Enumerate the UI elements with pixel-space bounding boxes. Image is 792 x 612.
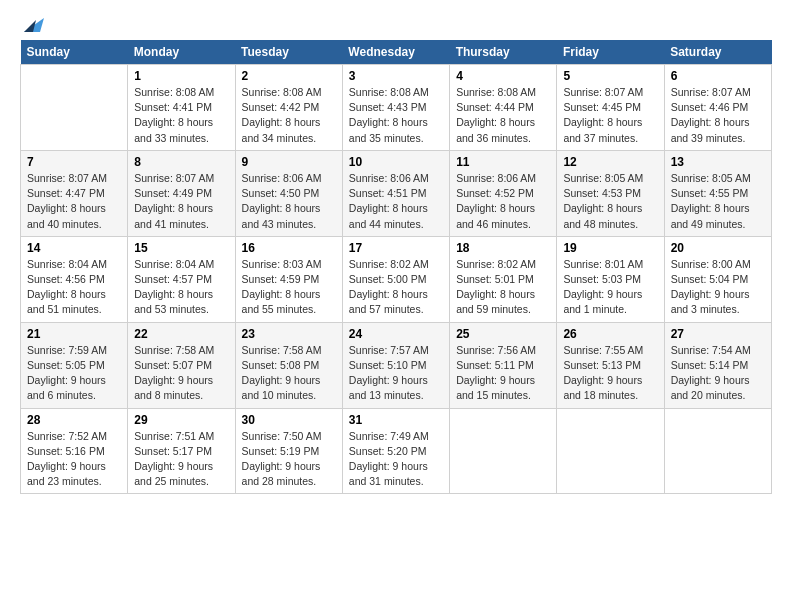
- day-info: Sunrise: 8:01 AMSunset: 5:03 PMDaylight:…: [563, 257, 657, 318]
- calendar-cell: 28Sunrise: 7:52 AMSunset: 5:16 PMDayligh…: [21, 408, 128, 494]
- calendar-cell: 24Sunrise: 7:57 AMSunset: 5:10 PMDayligh…: [342, 322, 449, 408]
- day-number: 19: [563, 241, 657, 255]
- weekday-header-wednesday: Wednesday: [342, 40, 449, 65]
- day-info: Sunrise: 7:59 AMSunset: 5:05 PMDaylight:…: [27, 343, 121, 404]
- calendar-cell: 7Sunrise: 8:07 AMSunset: 4:47 PMDaylight…: [21, 150, 128, 236]
- day-info: Sunrise: 8:04 AMSunset: 4:57 PMDaylight:…: [134, 257, 228, 318]
- day-info: Sunrise: 8:06 AMSunset: 4:52 PMDaylight:…: [456, 171, 550, 232]
- day-info: Sunrise: 8:07 AMSunset: 4:46 PMDaylight:…: [671, 85, 765, 146]
- day-number: 29: [134, 413, 228, 427]
- day-number: 24: [349, 327, 443, 341]
- calendar-week-5: 28Sunrise: 7:52 AMSunset: 5:16 PMDayligh…: [21, 408, 772, 494]
- calendar-cell: 26Sunrise: 7:55 AMSunset: 5:13 PMDayligh…: [557, 322, 664, 408]
- day-info: Sunrise: 8:08 AMSunset: 4:44 PMDaylight:…: [456, 85, 550, 146]
- day-info: Sunrise: 8:08 AMSunset: 4:43 PMDaylight:…: [349, 85, 443, 146]
- day-number: 11: [456, 155, 550, 169]
- day-number: 14: [27, 241, 121, 255]
- calendar-week-3: 14Sunrise: 8:04 AMSunset: 4:56 PMDayligh…: [21, 236, 772, 322]
- calendar-cell: 30Sunrise: 7:50 AMSunset: 5:19 PMDayligh…: [235, 408, 342, 494]
- day-info: Sunrise: 7:58 AMSunset: 5:08 PMDaylight:…: [242, 343, 336, 404]
- day-number: 5: [563, 69, 657, 83]
- day-number: 4: [456, 69, 550, 83]
- header-row: SundayMondayTuesdayWednesdayThursdayFrid…: [21, 40, 772, 65]
- day-number: 25: [456, 327, 550, 341]
- day-number: 16: [242, 241, 336, 255]
- day-info: Sunrise: 8:08 AMSunset: 4:42 PMDaylight:…: [242, 85, 336, 146]
- calendar-header: SundayMondayTuesdayWednesdayThursdayFrid…: [21, 40, 772, 65]
- day-info: Sunrise: 7:58 AMSunset: 5:07 PMDaylight:…: [134, 343, 228, 404]
- calendar-cell: 1Sunrise: 8:08 AMSunset: 4:41 PMDaylight…: [128, 65, 235, 151]
- day-info: Sunrise: 7:54 AMSunset: 5:14 PMDaylight:…: [671, 343, 765, 404]
- day-info: Sunrise: 8:05 AMSunset: 4:55 PMDaylight:…: [671, 171, 765, 232]
- day-number: 27: [671, 327, 765, 341]
- day-number: 15: [134, 241, 228, 255]
- day-number: 23: [242, 327, 336, 341]
- weekday-header-friday: Friday: [557, 40, 664, 65]
- day-number: 9: [242, 155, 336, 169]
- day-number: 28: [27, 413, 121, 427]
- calendar-cell: 21Sunrise: 7:59 AMSunset: 5:05 PMDayligh…: [21, 322, 128, 408]
- day-info: Sunrise: 8:07 AMSunset: 4:49 PMDaylight:…: [134, 171, 228, 232]
- calendar-cell: [21, 65, 128, 151]
- calendar-cell: [664, 408, 771, 494]
- weekday-header-tuesday: Tuesday: [235, 40, 342, 65]
- day-info: Sunrise: 8:03 AMSunset: 4:59 PMDaylight:…: [242, 257, 336, 318]
- day-info: Sunrise: 8:08 AMSunset: 4:41 PMDaylight:…: [134, 85, 228, 146]
- day-info: Sunrise: 8:04 AMSunset: 4:56 PMDaylight:…: [27, 257, 121, 318]
- weekday-header-sunday: Sunday: [21, 40, 128, 65]
- day-info: Sunrise: 7:55 AMSunset: 5:13 PMDaylight:…: [563, 343, 657, 404]
- calendar-cell: 22Sunrise: 7:58 AMSunset: 5:07 PMDayligh…: [128, 322, 235, 408]
- calendar-cell: 23Sunrise: 7:58 AMSunset: 5:08 PMDayligh…: [235, 322, 342, 408]
- calendar-cell: [557, 408, 664, 494]
- day-number: 22: [134, 327, 228, 341]
- calendar-cell: 19Sunrise: 8:01 AMSunset: 5:03 PMDayligh…: [557, 236, 664, 322]
- logo-wing-icon: [22, 16, 44, 34]
- calendar-cell: 6Sunrise: 8:07 AMSunset: 4:46 PMDaylight…: [664, 65, 771, 151]
- calendar-cell: 14Sunrise: 8:04 AMSunset: 4:56 PMDayligh…: [21, 236, 128, 322]
- calendar-week-2: 7Sunrise: 8:07 AMSunset: 4:47 PMDaylight…: [21, 150, 772, 236]
- day-info: Sunrise: 8:07 AMSunset: 4:47 PMDaylight:…: [27, 171, 121, 232]
- day-number: 7: [27, 155, 121, 169]
- day-number: 8: [134, 155, 228, 169]
- day-info: Sunrise: 7:56 AMSunset: 5:11 PMDaylight:…: [456, 343, 550, 404]
- day-number: 3: [349, 69, 443, 83]
- weekday-header-thursday: Thursday: [450, 40, 557, 65]
- day-info: Sunrise: 7:51 AMSunset: 5:17 PMDaylight:…: [134, 429, 228, 490]
- day-number: 12: [563, 155, 657, 169]
- calendar-cell: 2Sunrise: 8:08 AMSunset: 4:42 PMDaylight…: [235, 65, 342, 151]
- calendar-cell: 4Sunrise: 8:08 AMSunset: 4:44 PMDaylight…: [450, 65, 557, 151]
- calendar-week-4: 21Sunrise: 7:59 AMSunset: 5:05 PMDayligh…: [21, 322, 772, 408]
- day-number: 30: [242, 413, 336, 427]
- day-info: Sunrise: 8:02 AMSunset: 5:01 PMDaylight:…: [456, 257, 550, 318]
- day-info: Sunrise: 8:06 AMSunset: 4:51 PMDaylight:…: [349, 171, 443, 232]
- calendar-cell: 20Sunrise: 8:00 AMSunset: 5:04 PMDayligh…: [664, 236, 771, 322]
- weekday-header-saturday: Saturday: [664, 40, 771, 65]
- calendar-cell: 13Sunrise: 8:05 AMSunset: 4:55 PMDayligh…: [664, 150, 771, 236]
- day-number: 6: [671, 69, 765, 83]
- calendar-cell: 27Sunrise: 7:54 AMSunset: 5:14 PMDayligh…: [664, 322, 771, 408]
- day-info: Sunrise: 8:07 AMSunset: 4:45 PMDaylight:…: [563, 85, 657, 146]
- calendar-cell: 25Sunrise: 7:56 AMSunset: 5:11 PMDayligh…: [450, 322, 557, 408]
- day-info: Sunrise: 7:49 AMSunset: 5:20 PMDaylight:…: [349, 429, 443, 490]
- calendar-cell: 16Sunrise: 8:03 AMSunset: 4:59 PMDayligh…: [235, 236, 342, 322]
- calendar-cell: 9Sunrise: 8:06 AMSunset: 4:50 PMDaylight…: [235, 150, 342, 236]
- page-container: SundayMondayTuesdayWednesdayThursdayFrid…: [0, 0, 792, 504]
- calendar-cell: 31Sunrise: 7:49 AMSunset: 5:20 PMDayligh…: [342, 408, 449, 494]
- day-number: 13: [671, 155, 765, 169]
- calendar-cell: 12Sunrise: 8:05 AMSunset: 4:53 PMDayligh…: [557, 150, 664, 236]
- calendar-table: SundayMondayTuesdayWednesdayThursdayFrid…: [20, 40, 772, 494]
- day-number: 10: [349, 155, 443, 169]
- calendar-cell: 15Sunrise: 8:04 AMSunset: 4:57 PMDayligh…: [128, 236, 235, 322]
- calendar-cell: 8Sunrise: 8:07 AMSunset: 4:49 PMDaylight…: [128, 150, 235, 236]
- day-number: 18: [456, 241, 550, 255]
- day-info: Sunrise: 8:05 AMSunset: 4:53 PMDaylight:…: [563, 171, 657, 232]
- day-number: 2: [242, 69, 336, 83]
- day-info: Sunrise: 8:06 AMSunset: 4:50 PMDaylight:…: [242, 171, 336, 232]
- day-info: Sunrise: 7:52 AMSunset: 5:16 PMDaylight:…: [27, 429, 121, 490]
- day-info: Sunrise: 7:50 AMSunset: 5:19 PMDaylight:…: [242, 429, 336, 490]
- weekday-header-monday: Monday: [128, 40, 235, 65]
- calendar-cell: 17Sunrise: 8:02 AMSunset: 5:00 PMDayligh…: [342, 236, 449, 322]
- calendar-body: 1Sunrise: 8:08 AMSunset: 4:41 PMDaylight…: [21, 65, 772, 494]
- calendar-cell: 29Sunrise: 7:51 AMSunset: 5:17 PMDayligh…: [128, 408, 235, 494]
- calendar-cell: [450, 408, 557, 494]
